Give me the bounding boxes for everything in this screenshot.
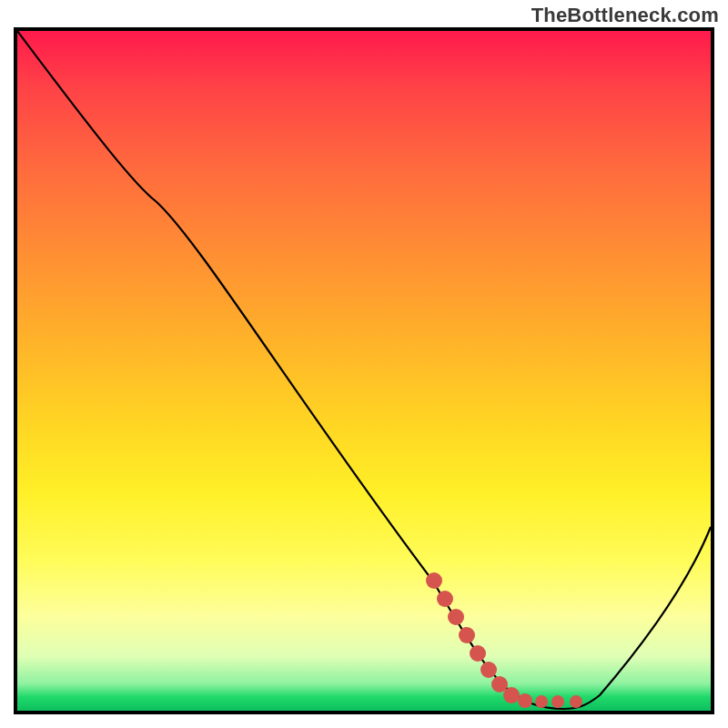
marker-dot xyxy=(535,695,548,708)
marker-group xyxy=(426,572,582,708)
marker-dot xyxy=(459,627,475,643)
plot-area xyxy=(14,27,714,714)
marker-dot xyxy=(426,572,442,589)
marker-dot xyxy=(480,662,497,678)
bottleneck-curve xyxy=(17,31,711,709)
marker-dot xyxy=(470,645,486,662)
attribution-label: TheBottleneck.com xyxy=(531,4,719,27)
marker-dot xyxy=(437,591,453,607)
marker-dot xyxy=(551,695,564,708)
marker-dot xyxy=(570,695,582,708)
chart-frame: TheBottleneck.com xyxy=(0,0,728,728)
marker-dot xyxy=(503,687,520,703)
marker-dot xyxy=(448,609,464,625)
chart-overlay xyxy=(17,31,711,711)
marker-dot xyxy=(518,693,532,708)
